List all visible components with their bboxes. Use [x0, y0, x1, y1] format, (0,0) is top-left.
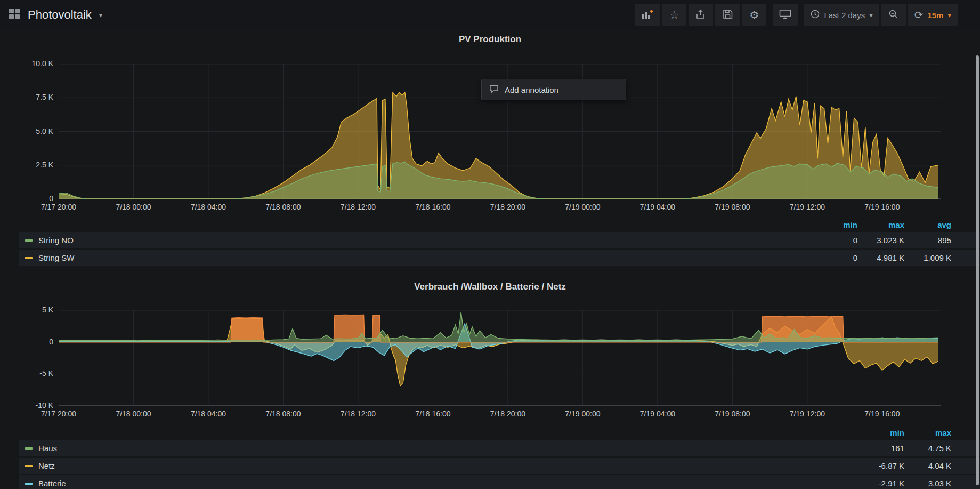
legend-max-value: 3.03 K [904, 479, 951, 488]
gear-icon: ⚙ [749, 10, 759, 20]
x-tick-label: 7/18 12:00 [323, 410, 393, 418]
add-annotation-menu-item[interactable]: Add annotation [482, 79, 626, 100]
magnifier-icon [888, 9, 898, 21]
x-tick-label: 7/18 16:00 [398, 410, 467, 418]
legend-min-value: 0 [811, 236, 857, 245]
x-tick-label: 7/17 20:00 [24, 203, 93, 211]
legend-min-value: -6.87 K [857, 461, 904, 470]
navbar-actions: ☆ ⚙ [628, 4, 958, 26]
legend-avg-value: 1.009 K [904, 253, 951, 262]
legend-col-min: min [857, 428, 904, 437]
share-dashboard-button[interactable] [689, 4, 713, 26]
y-tick-label: 7.5 K [12, 93, 53, 101]
x-tick-label: 7/19 08:00 [698, 410, 767, 418]
plot-area[interactable] [59, 310, 941, 406]
vertical-scrollbar[interactable] [976, 55, 979, 485]
share-icon [695, 9, 706, 21]
save-icon [723, 9, 733, 21]
legend-max-value: 4.981 K [857, 253, 904, 262]
series-color-icon [25, 447, 33, 450]
series-color-icon [25, 483, 33, 485]
x-tick-label: 7/18 12:00 [323, 203, 393, 211]
cycle-view-mode-button[interactable] [773, 4, 798, 26]
series-color-icon [25, 465, 33, 467]
refresh-picker[interactable]: ⟳ 15m ▾ [908, 4, 958, 26]
x-tick-label: 7/19 08:00 [698, 203, 767, 211]
x-tick-label: 7/18 16:00 [398, 203, 467, 211]
legend-col-avg: avg [904, 220, 951, 229]
x-tick-label: 7/17 20:00 [24, 410, 93, 418]
legend-row-string-sw[interactable]: String SW 0 4.981 K 1.009 K [19, 250, 980, 266]
add-panel-button[interactable] [635, 4, 660, 26]
panel-title-pv-produktion[interactable]: PV Produktion [0, 34, 980, 45]
x-tick-label: 7/18 20:00 [473, 410, 542, 418]
x-tick-label: 7/18 00:00 [99, 410, 168, 418]
add-panel-icon [641, 9, 653, 21]
legend-col-max: max [857, 220, 904, 229]
chart-canvas [59, 310, 941, 406]
apps-grid-icon [9, 8, 20, 22]
menu-item-label: Add annotation [505, 85, 558, 94]
legend-row-batterie[interactable]: Batterie -2.91 K 3.03 K [19, 475, 980, 489]
legend-col-min: min [811, 220, 857, 229]
x-tick-label: 7/18 08:00 [248, 203, 318, 211]
x-tick-label: 7/19 00:00 [548, 203, 617, 211]
legend-header: min max [19, 426, 980, 439]
y-tick-label: 5.0 K [12, 127, 53, 135]
legend-min-value: 0 [811, 253, 857, 262]
x-tick-label: 7/18 04:00 [174, 203, 243, 211]
x-tick-label: 7/19 04:00 [623, 203, 692, 211]
clock-icon [811, 10, 820, 20]
legend-row-netz[interactable]: Netz -6.87 K 4.04 K [19, 458, 980, 474]
x-tick-label: 7/18 00:00 [99, 203, 168, 211]
series-name: Batterie [38, 479, 66, 488]
save-dashboard-button[interactable] [715, 4, 740, 26]
refresh-icon: ⟳ [914, 10, 924, 20]
x-tick-label: 7/19 16:00 [847, 203, 917, 211]
y-tick-label: 10.0 K [12, 59, 53, 68]
legend-verbrauch: min max Haus 161 4.75 K Netz -6.87 K 4.0… [19, 426, 980, 489]
legend-min-value: -2.91 K [857, 479, 904, 488]
chevron-down-icon: ▾ [947, 11, 951, 19]
legend-row-string-no[interactable]: String NO 0 3.023 K 895 [19, 232, 980, 248]
top-navbar: Photovoltaik ▾ ☆ [0, 0, 980, 30]
x-tick-label: 7/18 04:00 [174, 410, 243, 418]
y-tick-label: -5 K [12, 369, 53, 378]
x-tick-label: 7/19 12:00 [773, 203, 842, 211]
series-color-icon [25, 239, 33, 242]
y-tick-label: -10 K [12, 401, 53, 410]
y-tick-label: 0 [12, 194, 53, 203]
x-tick-label: 7/18 20:00 [473, 203, 542, 211]
legend-row-haus[interactable]: Haus 161 4.75 K [19, 440, 980, 456]
legend-min-value: 161 [857, 444, 904, 453]
zoom-out-time-button[interactable] [881, 4, 906, 26]
legend-max-value: 3.023 K [857, 236, 904, 245]
x-tick-label: 7/19 04:00 [623, 410, 692, 418]
time-range-picker[interactable]: Last 2 days ▾ [804, 4, 879, 26]
dashboard-picker[interactable]: Photovoltaik ▾ [9, 8, 102, 22]
dashboard-settings-button[interactable]: ⚙ [742, 4, 766, 26]
legend-col-max: max [904, 428, 951, 437]
x-tick-label: 7/18 08:00 [248, 410, 318, 418]
x-tick-label: 7/19 16:00 [847, 410, 917, 418]
legend-max-value: 4.75 K [904, 444, 951, 453]
series-name: String SW [38, 253, 75, 262]
legend-header: min max avg [19, 218, 980, 231]
series-name: Netz [38, 461, 55, 470]
monitor-icon [779, 9, 791, 21]
dashboard-title: Photovoltaik [28, 8, 92, 22]
legend-pv-produktion: min max avg String NO 0 3.023 K 895 Stri… [19, 218, 980, 266]
series-name: String NO [38, 236, 74, 245]
y-tick-label: 2.5 K [12, 161, 53, 169]
x-tick-label: 7/19 00:00 [548, 410, 617, 418]
star-dashboard-button[interactable]: ☆ [662, 4, 686, 26]
panel-title-verbrauch[interactable]: Verbrauch /Wallbox / Batterie / Netz [0, 282, 980, 292]
y-tick-label: 5 K [12, 306, 53, 314]
legend-avg-value: 895 [904, 236, 951, 245]
chevron-down-icon: ▾ [869, 11, 873, 19]
comment-icon [489, 85, 499, 95]
time-range-label: Last 2 days [824, 11, 865, 20]
legend-max-value: 4.04 K [904, 461, 951, 470]
series-name: Haus [38, 444, 57, 453]
chart-context-menu: Add annotation [481, 79, 626, 100]
